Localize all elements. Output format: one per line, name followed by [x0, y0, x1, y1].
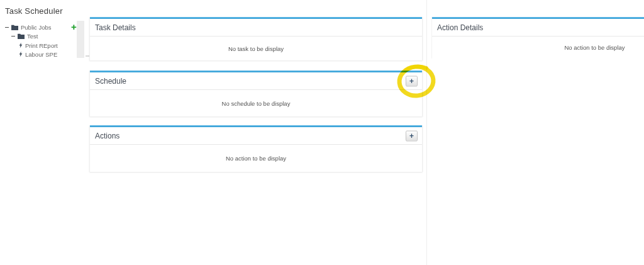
- panel-title: Actions: [95, 132, 119, 140]
- task-details-panel: Task Details No task to be display: [89, 17, 423, 60]
- bolt-icon: [19, 51, 23, 57]
- tree-item-print-report[interactable]: Print REport: [19, 41, 58, 50]
- tree-item-label[interactable]: Print REport: [25, 42, 58, 49]
- panel-title: Schedule: [95, 77, 126, 86]
- action-details-panel: Action Details No action to be display: [431, 17, 644, 59]
- empty-state-text: No action to be display: [564, 44, 625, 51]
- panel-body: No action to be display: [432, 37, 644, 59]
- column-divider: [426, 0, 427, 265]
- collapse-icon[interactable]: [5, 27, 9, 28]
- schedule-panel: Schedule + No schedule to be display: [89, 70, 423, 116]
- actions-panel: Actions + No action to be display: [89, 125, 423, 172]
- tree-item-test[interactable]: Test: [11, 31, 38, 40]
- panel-body: No schedule to be display: [90, 90, 422, 116]
- page-title: Task Scheduler: [5, 6, 63, 16]
- empty-state-text: No task to be display: [228, 45, 284, 52]
- panel-body: No task to be display: [90, 37, 422, 60]
- tree-item-label[interactable]: Public Jobs: [21, 24, 52, 31]
- panel-header: Task Details: [90, 19, 422, 37]
- bolt-icon: [19, 42, 23, 48]
- panel-header: Action Details: [432, 19, 644, 37]
- tree-item-label[interactable]: Test: [27, 33, 38, 40]
- panel-title: Action Details: [437, 23, 483, 32]
- panel-header: Schedule +: [90, 72, 422, 90]
- add-schedule-button[interactable]: +: [406, 76, 418, 86]
- tree-item-label[interactable]: Labour SPE: [25, 51, 57, 58]
- panel-body: No action to be display: [90, 145, 422, 172]
- folder-icon: [18, 33, 25, 39]
- panel-title: Task Details: [95, 23, 136, 32]
- tree-item-public-jobs[interactable]: Public Jobs: [5, 23, 52, 31]
- empty-state-text: No action to be display: [226, 155, 286, 162]
- tree-item-labour-spe[interactable]: Labour SPE: [19, 50, 57, 59]
- empty-state-text: No schedule to be display: [222, 100, 291, 107]
- tree-scrollbar[interactable]: [77, 21, 84, 58]
- task-scheduler-page: { "app": { "title": "Task Scheduler" }, …: [0, 0, 644, 265]
- collapse-icon[interactable]: [11, 36, 15, 37]
- add-action-button[interactable]: +: [406, 130, 418, 141]
- panel-header: Actions +: [90, 127, 422, 145]
- folder-icon: [11, 25, 18, 30]
